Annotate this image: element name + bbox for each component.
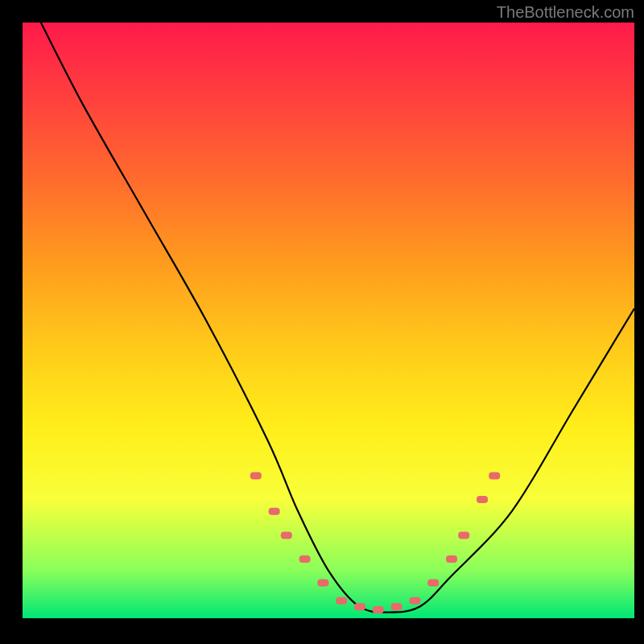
threshold-marker [299,555,311,563]
threshold-markers [250,472,500,613]
threshold-marker [336,597,347,605]
threshold-marker [427,580,439,587]
chart-plot-area [23,23,634,618]
threshold-marker [269,508,280,515]
bottleneck-curve [41,23,634,613]
threshold-marker [409,597,420,605]
chart-svg [23,23,634,618]
threshold-marker [250,472,262,479]
threshold-marker [446,555,457,563]
threshold-marker [317,580,328,587]
watermark-text: TheBottleneck.com [497,3,634,22]
threshold-marker [391,603,402,610]
threshold-marker [477,496,488,503]
threshold-marker [458,531,469,539]
threshold-marker [489,472,500,479]
threshold-marker [373,606,384,613]
threshold-marker [281,531,292,539]
threshold-marker [354,603,365,610]
